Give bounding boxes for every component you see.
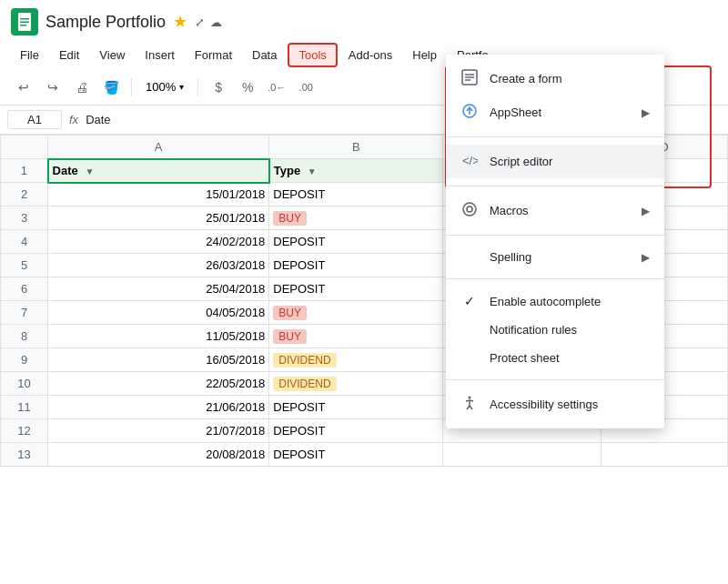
- cell-a-4[interactable]: 24/02/2018: [48, 230, 269, 254]
- menu-macros[interactable]: Macros ▶: [446, 194, 664, 227]
- menu-format[interactable]: Format: [186, 45, 241, 65]
- cell-b-6[interactable]: DEPOSIT: [269, 277, 443, 301]
- zoom-value: 100%: [146, 80, 176, 94]
- svg-rect-2: [20, 22, 29, 24]
- cell-a-13[interactable]: 20/08/2018: [48, 443, 269, 467]
- notification-rules-label: Notification rules: [490, 323, 650, 337]
- corner-header: [1, 136, 48, 159]
- menu-tools[interactable]: Tools: [288, 43, 337, 67]
- separator-5: [446, 379, 664, 380]
- autocomplete-check-icon: ✓: [460, 294, 479, 308]
- toolbar-separator-1: [131, 78, 132, 96]
- cloud-save-icon: ☁: [210, 15, 222, 29]
- row-number[interactable]: 9: [1, 348, 48, 372]
- menu-spelling[interactable]: Spelling ▶: [446, 243, 664, 271]
- cell-a-12[interactable]: 21/07/2018: [48, 419, 269, 443]
- redo-button[interactable]: ↪: [40, 75, 66, 100]
- macros-icon: [460, 201, 479, 220]
- menu-file[interactable]: File: [11, 45, 48, 65]
- menu-addons[interactable]: Add-ons: [339, 45, 401, 65]
- cell-b-2[interactable]: DEPOSIT: [269, 183, 443, 206]
- move-to-drive-icon[interactable]: ⤢: [195, 15, 205, 29]
- row-number[interactable]: 8: [1, 325, 48, 348]
- spelling-label: Spelling: [490, 250, 631, 264]
- menu-notification-rules[interactable]: Notification rules: [446, 316, 664, 344]
- script-editor-icon: </>: [460, 152, 479, 171]
- menu-edit[interactable]: Edit: [50, 45, 88, 65]
- separator-3: [446, 235, 664, 236]
- svg-point-10: [463, 203, 476, 216]
- row-number[interactable]: 12: [1, 419, 48, 443]
- cell-b-8[interactable]: BUY: [269, 325, 443, 348]
- appsheet-label: AppSheet: [490, 106, 631, 119]
- row-number[interactable]: 10: [1, 372, 48, 396]
- zoom-selector[interactable]: 100% ▾: [139, 77, 190, 96]
- cell-reference-input[interactable]: A1: [7, 110, 62, 129]
- cell-a-8[interactable]: 11/05/2018: [48, 325, 269, 348]
- cell-d-13[interactable]: [602, 443, 728, 467]
- menu-insert[interactable]: Insert: [136, 45, 184, 65]
- row-number[interactable]: 3: [1, 206, 48, 230]
- tools-dropdown-overlay: Create a form AppSheet ▶ </> Script edit…: [446, 55, 664, 428]
- cell-b-12[interactable]: DEPOSIT: [269, 419, 443, 443]
- cell-a-5[interactable]: 26/03/2018: [48, 254, 269, 277]
- menu-enable-autocomplete[interactable]: ✓ Enable autocomplete: [446, 287, 664, 316]
- menu-appsheet[interactable]: AppSheet ▶: [446, 96, 664, 129]
- row-number[interactable]: 5: [1, 254, 48, 277]
- row-number[interactable]: 13: [1, 443, 48, 467]
- sheets-logo: [11, 8, 38, 35]
- cell-a-1[interactable]: Date ▼: [48, 159, 269, 183]
- cell-b-4[interactable]: DEPOSIT: [269, 230, 443, 254]
- undo-button[interactable]: ↩: [11, 75, 36, 100]
- menu-view[interactable]: View: [90, 45, 134, 65]
- paint-format-button[interactable]: 🪣: [98, 75, 124, 100]
- cell-b-10[interactable]: DIVIDEND: [269, 372, 443, 396]
- menu-create-form[interactable]: Create a form: [446, 62, 664, 96]
- cell-a-6[interactable]: 25/04/2018: [48, 277, 269, 301]
- svg-point-12: [469, 397, 471, 399]
- row-number[interactable]: 11: [1, 396, 48, 419]
- cell-b-7[interactable]: BUY: [269, 301, 443, 325]
- accessibility-settings-label: Accessibility settings: [490, 398, 650, 411]
- percent-button[interactable]: %: [235, 75, 260, 100]
- menu-accessibility-settings[interactable]: Accessibility settings: [446, 388, 664, 421]
- row-number[interactable]: 2: [1, 183, 48, 206]
- cell-b-3[interactable]: BUY: [269, 206, 443, 230]
- row-number[interactable]: 7: [1, 301, 48, 325]
- script-editor-label: Script editor: [490, 155, 650, 168]
- row-number[interactable]: 1: [1, 159, 48, 183]
- menu-protect-sheet[interactable]: Protect sheet: [446, 344, 664, 372]
- col-header-b[interactable]: B: [269, 136, 443, 159]
- cell-a-10[interactable]: 22/05/2018: [48, 372, 269, 396]
- star-icon[interactable]: ★: [173, 12, 187, 32]
- cell-a-3[interactable]: 25/01/2018: [48, 206, 269, 230]
- separator-2: [446, 186, 664, 186]
- print-button[interactable]: 🖨: [69, 75, 95, 100]
- menu-help[interactable]: Help: [403, 45, 446, 65]
- macros-label: Macros: [490, 204, 631, 217]
- menu-data[interactable]: Data: [243, 45, 286, 65]
- cell-a-9[interactable]: 16/05/2018: [48, 348, 269, 372]
- decrease-decimal-button[interactable]: .0←: [264, 75, 289, 100]
- title-bar: Sample Portfolio ★ ⤢ ☁: [0, 0, 728, 40]
- row-number[interactable]: 4: [1, 230, 48, 254]
- row-number[interactable]: 6: [1, 277, 48, 301]
- cell-a-11[interactable]: 21/06/2018: [48, 396, 269, 419]
- col-header-a[interactable]: A: [48, 136, 269, 159]
- menu-script-editor[interactable]: </> Script editor: [446, 145, 664, 178]
- cell-b-11[interactable]: DEPOSIT: [269, 396, 443, 419]
- cell-b-9[interactable]: DIVIDEND: [269, 348, 443, 372]
- cell-a-7[interactable]: 04/05/2018: [48, 301, 269, 325]
- cell-b-1[interactable]: Type ▼: [269, 159, 443, 183]
- table-row: 1320/08/2018DEPOSIT: [1, 443, 728, 467]
- macros-arrow-icon: ▶: [642, 205, 650, 217]
- cell-b-13[interactable]: DEPOSIT: [269, 443, 443, 467]
- cell-a-2[interactable]: 15/01/2018: [48, 183, 269, 206]
- fx-label: fx: [69, 113, 78, 126]
- title-action-icons: ⤢ ☁: [195, 15, 222, 29]
- cell-b-5[interactable]: DEPOSIT: [269, 254, 443, 277]
- increase-decimal-button[interactable]: .00: [293, 75, 318, 100]
- currency-button[interactable]: $: [206, 75, 231, 100]
- accessibility-icon: [460, 395, 479, 414]
- cell-c-13[interactable]: [443, 443, 602, 467]
